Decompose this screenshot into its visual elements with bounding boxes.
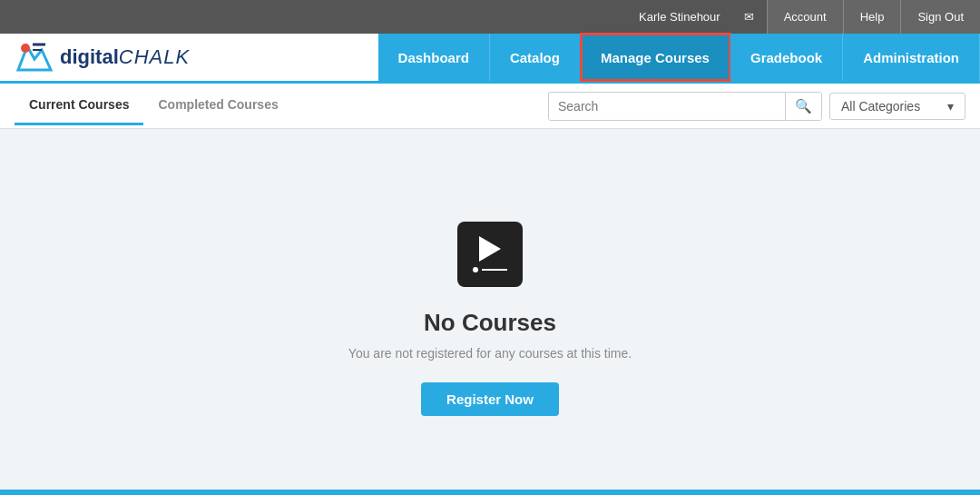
mail-icon: ✉ [744, 10, 754, 24]
signout-button[interactable]: Sign Out [900, 0, 980, 34]
mail-button[interactable]: ✉ [731, 0, 767, 34]
video-controls-icon [473, 267, 507, 272]
top-bar: Karle Stinehour ✉ Account Help Sign Out [0, 0, 980, 34]
search-icon: 🔍 [795, 98, 812, 114]
top-bar-actions: ✉ Account Help Sign Out [731, 0, 980, 34]
categories-dropdown[interactable]: All Categories ▾ [829, 93, 965, 120]
no-courses-subtitle: You are not registered for any courses a… [348, 346, 632, 361]
svg-point-1 [21, 44, 30, 53]
tab-completed-courses[interactable]: Completed Courses [143, 86, 292, 125]
nav-gradebook[interactable]: Gradebook [730, 34, 843, 81]
nav-catalog[interactable]: Catalog [490, 34, 581, 81]
video-icon [457, 222, 523, 287]
search-button[interactable]: 🔍 [785, 93, 821, 120]
main-content: No Courses You are not registered for an… [0, 129, 980, 490]
categories-label: All Categories [841, 99, 920, 114]
user-name: Karle Stinehour [639, 10, 731, 24]
video-line [482, 269, 507, 271]
search-area: 🔍 All Categories ▾ [548, 92, 965, 121]
account-button[interactable]: Account [767, 0, 843, 34]
no-courses-title: No Courses [424, 309, 556, 337]
tab-current-courses[interactable]: Current Courses [15, 86, 143, 125]
sub-header: Current Courses Completed Courses 🔍 All … [0, 84, 980, 129]
main-nav: Dashboard Catalog Manage Courses Gradebo… [378, 34, 980, 81]
search-input[interactable] [549, 94, 785, 119]
nav-manage-courses[interactable]: Manage Courses [581, 34, 730, 81]
register-now-button[interactable]: Register Now [421, 382, 559, 416]
search-input-wrap: 🔍 [548, 92, 822, 121]
help-button[interactable]: Help [843, 0, 901, 34]
bottom-bar [0, 490, 980, 495]
play-triangle-icon [479, 236, 501, 262]
video-dot [473, 267, 478, 272]
nav-dashboard[interactable]: Dashboard [378, 34, 490, 81]
logo-digital: digital [60, 45, 119, 68]
nav-administration[interactable]: Administration [843, 34, 980, 81]
chevron-down-icon: ▾ [947, 99, 954, 114]
logo-chalk: CHALK [119, 45, 190, 68]
logo-icon [15, 37, 54, 77]
logo: digitalCHALK [15, 37, 190, 77]
logo-text: digitalCHALK [60, 45, 190, 69]
header: digitalCHALK Dashboard Catalog Manage Co… [0, 34, 980, 84]
